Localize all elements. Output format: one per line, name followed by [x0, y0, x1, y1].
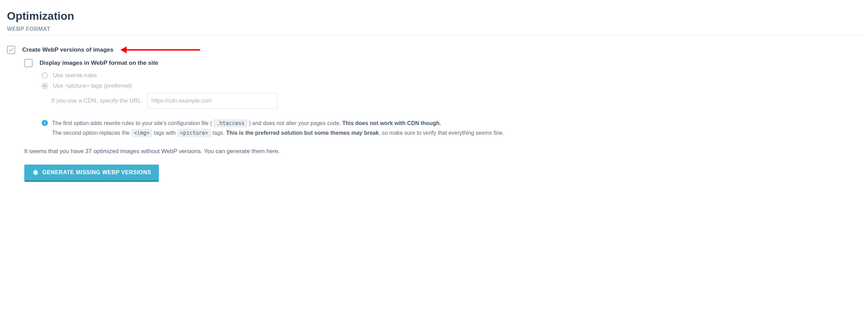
page-title: Optimization [7, 10, 861, 23]
radio-picture-label-suffix: (preferred) [104, 82, 131, 89]
gear-icon [32, 169, 38, 176]
info-text: The first option adds rewrite rules to y… [52, 120, 213, 126]
radio-picture-row: Use <picture> tags (preferred) [42, 82, 861, 89]
info-block: i The first option adds rewrite rules to… [42, 118, 534, 138]
svg-text:i: i [44, 120, 45, 125]
radio-rewrite[interactable] [42, 72, 48, 79]
info-text: tags with [152, 130, 177, 136]
section-subheader: WEBP FORMAT [7, 26, 861, 32]
missing-webp-hint: It seems that you have 37 optimized imag… [24, 148, 861, 155]
radio-rewrite-label: Use rewrite rules [53, 72, 97, 79]
code-picture: <picture> [177, 129, 211, 137]
generate-webp-button[interactable]: Generate Missing WebP Versions [24, 165, 159, 182]
info-text: ) and does not alter your pages code. [247, 120, 342, 126]
info-line-1: The first option adds rewrite rules to y… [52, 118, 504, 128]
info-strong-cdn: This does not work with CDN though. [342, 120, 441, 126]
create-webp-checkbox[interactable] [7, 46, 15, 54]
info-line-2: The second option replaces the <img> tag… [52, 128, 504, 138]
cdn-url-input[interactable] [147, 93, 278, 109]
code-img: <img> [131, 129, 152, 137]
annotation-arrow [120, 46, 200, 53]
generate-webp-button-label: Generate Missing WebP Versions [42, 169, 151, 176]
info-icon: i [42, 120, 48, 126]
info-text: The second option replaces the [52, 130, 131, 136]
radio-picture[interactable] [42, 83, 48, 89]
option-create-webp-row: Create WebP versions of images [7, 46, 861, 54]
arrow-line [127, 49, 200, 51]
info-body: The first option adds rewrite rules to y… [52, 118, 504, 138]
display-webp-label: Display images in WebP format on the sit… [40, 60, 158, 67]
display-webp-checkbox[interactable] [24, 59, 33, 67]
info-strong-preferred: This is the preferred solution but some … [226, 130, 379, 136]
create-webp-label: Create WebP versions of images [22, 46, 113, 53]
cdn-row: If you use a CDN, specify the URL: [51, 93, 861, 109]
info-text: , so make sure to verify that everything… [379, 130, 504, 136]
arrow-left-icon [120, 46, 127, 53]
display-method-group: Use rewrite rules Use <picture> tags (pr… [42, 72, 861, 89]
section-divider [7, 35, 861, 35]
check-icon [9, 47, 14, 52]
radio-picture-label-prefix: Use <picture> tags [53, 82, 104, 89]
info-text: tags. [211, 130, 226, 136]
radio-picture-label: Use <picture> tags (preferred) [53, 82, 132, 89]
option-display-webp-row: Display images in WebP format on the sit… [24, 59, 861, 67]
cdn-caption: If you use a CDN, specify the URL: [51, 97, 143, 104]
code-htaccess: .htaccess [213, 119, 247, 127]
radio-rewrite-row: Use rewrite rules [42, 72, 861, 79]
